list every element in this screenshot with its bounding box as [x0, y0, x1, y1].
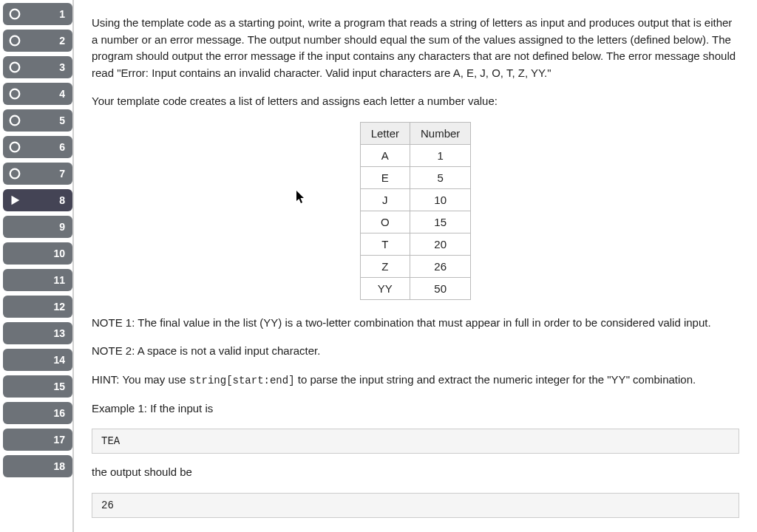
hint: HINT: You may use string[start:end] to p…: [92, 372, 739, 389]
table-row: A1: [360, 144, 471, 166]
svg-point-0: [10, 10, 20, 19]
svg-point-1: [10, 36, 20, 46]
empty-icon: [7, 379, 22, 394]
step-number: 13: [53, 327, 65, 339]
instruction-paragraph-2: Your template code creates a list of let…: [92, 93, 739, 110]
circle-icon: [7, 113, 22, 128]
cell-number: 20: [410, 233, 471, 255]
step-item-4[interactable]: 4: [3, 83, 72, 105]
hint-code: string[start:end]: [189, 375, 295, 386]
note-2: NOTE 2: A space is not a valid input cha…: [92, 343, 739, 360]
step-item-15[interactable]: 15: [3, 375, 72, 398]
table-row: YY50: [360, 277, 471, 299]
step-number: 17: [53, 434, 65, 446]
svg-point-6: [10, 169, 20, 179]
step-number: 5: [59, 115, 65, 126]
empty-icon: [7, 246, 22, 261]
letter-value-table: Letter Number A1E5J10O15T20Z26YY50: [360, 122, 472, 300]
step-sidebar: 123456789101112131415161718: [0, 0, 74, 532]
step-item-17[interactable]: 17: [3, 429, 72, 451]
circle-icon: [7, 140, 22, 154]
step-item-13[interactable]: 13: [3, 322, 72, 344]
empty-icon: [7, 459, 22, 474]
circle-icon: [7, 7, 22, 21]
step-number: 9: [59, 221, 65, 233]
cell-number: 26: [410, 255, 471, 277]
cell-letter: A: [360, 144, 410, 166]
cell-letter: T: [360, 233, 410, 255]
table-row: E5: [360, 166, 471, 188]
cell-number: 5: [410, 166, 471, 188]
step-item-11[interactable]: 11: [3, 269, 72, 291]
cell-letter: E: [360, 166, 410, 188]
step-number: 16: [53, 407, 65, 419]
step-number: 3: [59, 61, 65, 73]
cell-letter: J: [360, 188, 410, 211]
step-item-12[interactable]: 12: [3, 296, 72, 318]
step-number: 8: [59, 194, 65, 206]
step-item-14[interactable]: 14: [3, 349, 72, 371]
cursor-icon: [296, 191, 306, 204]
empty-icon: [7, 219, 22, 234]
cell-number: 1: [410, 144, 471, 166]
empty-icon: [7, 432, 22, 447]
step-item-9[interactable]: 9: [3, 216, 72, 238]
step-item-8[interactable]: 8: [3, 189, 72, 211]
step-item-3[interactable]: 3: [3, 56, 72, 78]
step-number: 12: [53, 301, 65, 313]
svg-point-3: [10, 89, 20, 99]
cell-number: 50: [410, 277, 471, 299]
step-item-6[interactable]: 6: [3, 136, 72, 158]
table-row: J10: [360, 188, 471, 211]
empty-icon: [7, 299, 22, 314]
step-item-5[interactable]: 5: [3, 109, 72, 132]
table-row: O15: [360, 211, 471, 233]
step-number: 6: [59, 141, 65, 153]
step-item-1[interactable]: 1: [3, 3, 72, 25]
circle-icon: [7, 60, 22, 75]
empty-icon: [7, 406, 22, 420]
step-item-10[interactable]: 10: [3, 242, 72, 265]
step-number: 10: [53, 248, 65, 259]
step-number: 18: [53, 460, 65, 472]
cell-number: 15: [410, 211, 471, 233]
step-number: 11: [53, 274, 65, 286]
note-1: NOTE 1: The final value in the list (YY)…: [92, 315, 739, 332]
table-header-number: Number: [410, 122, 471, 144]
step-number: 2: [59, 35, 65, 47]
content-area: Using the template code as a starting po…: [74, 0, 757, 532]
cell-letter: O: [360, 211, 410, 233]
table-row: T20: [360, 233, 471, 255]
circle-icon: [7, 166, 22, 181]
circle-icon: [7, 86, 22, 101]
example-input-box: TEA: [92, 429, 739, 454]
step-item-18[interactable]: 18: [3, 455, 72, 477]
table-header-letter: Letter: [360, 122, 410, 144]
step-number: 15: [53, 381, 65, 392]
output-label: the output should be: [92, 464, 739, 481]
table-row: Z26: [360, 255, 471, 277]
cell-letter: YY: [360, 277, 410, 299]
svg-point-2: [10, 63, 20, 72]
step-number: 14: [53, 354, 65, 366]
step-item-2[interactable]: 2: [3, 30, 72, 52]
play-icon: [7, 193, 22, 208]
step-number: 1: [59, 8, 65, 20]
step-item-16[interactable]: 16: [3, 402, 72, 424]
cell-letter: Z: [360, 255, 410, 277]
example-label: Example 1: If the input is: [92, 400, 739, 417]
svg-point-5: [10, 143, 20, 152]
empty-icon: [7, 352, 22, 367]
svg-point-4: [10, 116, 20, 126]
step-item-7[interactable]: 7: [3, 163, 72, 185]
cell-number: 10: [410, 188, 471, 211]
step-number: 4: [59, 88, 65, 100]
empty-icon: [7, 273, 22, 287]
empty-icon: [7, 326, 22, 341]
hint-prefix: HINT: You may use: [92, 373, 189, 386]
svg-marker-7: [12, 196, 20, 205]
example-output-box: 26: [92, 493, 739, 518]
step-number: 7: [59, 168, 65, 180]
circle-icon: [7, 33, 22, 48]
hint-suffix: to parse the input string and extract th…: [295, 373, 696, 386]
